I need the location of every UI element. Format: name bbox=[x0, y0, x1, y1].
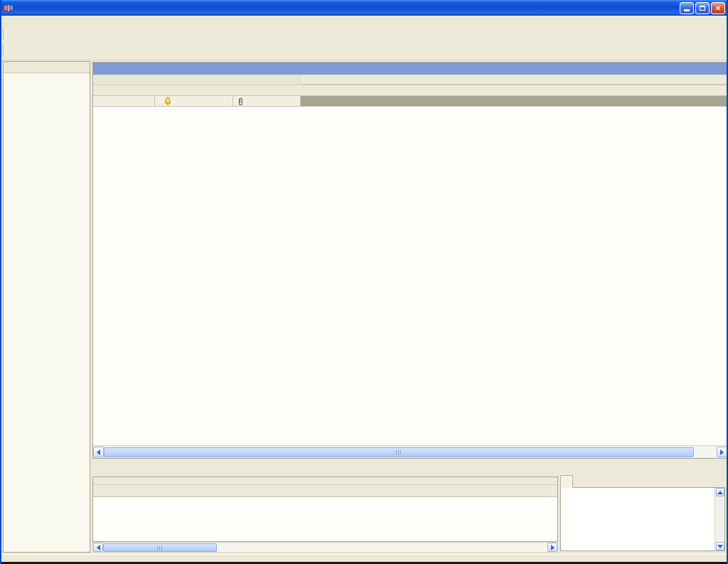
actions-grid bbox=[92, 477, 558, 542]
documents-horizontal-scrollbar[interactable] bbox=[93, 445, 727, 458]
menu-bar bbox=[1, 16, 728, 26]
paperclip-icon bbox=[237, 97, 244, 106]
scrollbar-track[interactable] bbox=[217, 543, 547, 552]
filter-row bbox=[93, 96, 727, 107]
scroll-left-button[interactable] bbox=[93, 543, 103, 552]
band-empty-area bbox=[93, 75, 301, 85]
bell-icon bbox=[164, 97, 172, 106]
close-button[interactable]: × bbox=[711, 2, 725, 14]
documents-grid-body[interactable] bbox=[93, 107, 727, 445]
scroll-left-button[interactable] bbox=[93, 447, 104, 457]
actions-panel bbox=[92, 461, 728, 553]
scroll-down-button[interactable] bbox=[716, 542, 724, 550]
scroll-up-button[interactable] bbox=[716, 488, 724, 496]
group-by-bar[interactable] bbox=[93, 63, 727, 75]
folder-tree bbox=[4, 73, 90, 75]
scrollbar-track[interactable] bbox=[694, 447, 717, 457]
title-bar: × bbox=[0, 0, 728, 16]
actions-horizontal-scrollbar[interactable] bbox=[92, 542, 558, 553]
scrollbar-thumb[interactable] bbox=[104, 447, 694, 457]
comments-tab[interactable] bbox=[560, 475, 573, 488]
toolbar-main bbox=[1, 26, 727, 41]
flow-filter-cell[interactable] bbox=[93, 96, 155, 106]
toolbar-grip bbox=[3, 45, 6, 56]
documents-grid bbox=[92, 62, 728, 459]
comments-box[interactable] bbox=[560, 487, 725, 551]
actions-grid-band bbox=[93, 477, 557, 485]
app-logo-icon bbox=[3, 3, 14, 14]
folders-panel bbox=[3, 61, 90, 553]
scroll-right-button[interactable] bbox=[717, 447, 727, 457]
restore-button[interactable] bbox=[695, 2, 710, 14]
alarm-filter-cell[interactable] bbox=[155, 96, 233, 106]
scrollbar-thumb[interactable] bbox=[103, 543, 217, 552]
ontask-application-window: × bbox=[0, 0, 728, 564]
attachment-filter-cell[interactable] bbox=[233, 96, 301, 106]
comments-vertical-scrollbar[interactable] bbox=[714, 488, 724, 550]
scroll-right-button[interactable] bbox=[547, 543, 557, 552]
band-row bbox=[93, 75, 727, 85]
actions-toolbar bbox=[92, 461, 728, 476]
minimize-button[interactable] bbox=[680, 2, 694, 14]
folders-panel-header bbox=[4, 62, 90, 73]
band-header[interactable] bbox=[301, 75, 727, 85]
toolbar-actions bbox=[1, 41, 727, 60]
column-header-row bbox=[93, 85, 727, 96]
actions-column-header-row bbox=[93, 485, 557, 497]
filter-disabled-area bbox=[301, 96, 727, 106]
toolbar-grip bbox=[3, 28, 6, 40]
